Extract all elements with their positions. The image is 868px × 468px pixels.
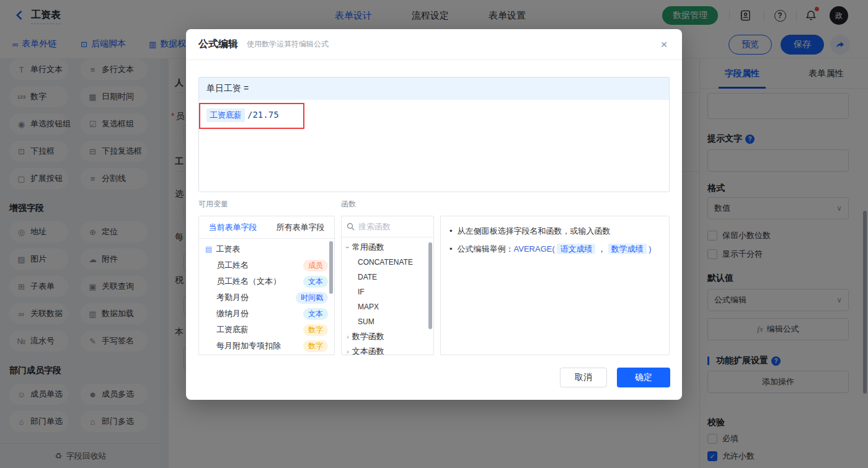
close-icon[interactable]: × [656,37,672,53]
formula-input-area[interactable]: 工资底薪/21.75 [199,100,669,192]
app-root: 工资表 表单设计 流程设定 表单设置 数据管理 ? 政 ∞ 表单外链 ⊡ 后端脚… [0,0,868,468]
field-type-tag: 成员 [303,260,328,272]
variables-scrollbar[interactable] [329,241,333,294]
field-type-tag: 文本 [303,276,328,288]
variables-tabs: 当前表单字段 所有表单字段 [199,216,334,239]
functions-scrollbar[interactable] [428,242,432,329]
tab-current-form-fields[interactable]: 当前表单字段 [199,216,267,238]
modal-title: 公式编辑 [198,38,238,51]
chevron-right-icon: › [347,348,349,355]
field-type-tag: 时间戳 [296,292,328,304]
field-type-tag: 数字 [303,324,328,336]
sample-field-chip: 数学成绩 [608,244,647,254]
formula-help-panel: • 从左侧面板选择字段名和函数，或输入函数 • 公式编辑举例：AVERAGE( … [440,216,670,355]
chevron-right-icon: › [347,333,349,340]
formula-edit-modal: 公式编辑 使用数学运算符编辑公式 × 单日工资 = 工资底薪/21.75 可用变… [186,29,682,400]
modal-header: 公式编辑 使用数学运算符编辑公式 [186,29,682,60]
variable-row[interactable]: 员工姓名（文本）文本 [199,273,334,289]
variable-row[interactable]: 工资底薪数字 [199,322,334,338]
formula-target: 单日工资 = [199,77,669,100]
cancel-button[interactable]: 取消 [560,368,607,387]
function-search [342,216,433,237]
search-icon [347,223,355,231]
field-type-tag: 数字 [303,340,328,352]
modal-subtitle: 使用数学运算符编辑公式 [247,39,329,50]
tab-all-form-fields[interactable]: 所有表单字段 [267,216,334,238]
function-item[interactable]: SUM [342,314,433,329]
formula-editor: 单日工资 = 工资底薪/21.75 [198,77,670,192]
sample-field-chip: 语文成绩 [557,244,595,254]
function-item[interactable]: MAPX [342,299,433,314]
variables-panel: 当前表单字段 所有表单字段 ▤ 工资表 员工姓名成员 员工姓名（文本）文本 考勤… [198,216,335,355]
formula-expression: /21.75 [247,110,279,120]
field-type-tag: 文本 [303,308,328,320]
group-common-functions[interactable]: ›常用函数 [342,240,433,255]
group-text-functions[interactable]: ›文本函数 [342,344,433,355]
variable-row[interactable]: 缴纳月份文本 [199,306,334,322]
help-tip-2: • 公式编辑举例：AVERAGE( 语文成绩 ， 数学成绩 ) [450,243,660,255]
function-item[interactable]: CONCATENATE [342,255,433,270]
field-chip[interactable]: 工资底薪 [206,108,245,122]
help-tip-1: • 从左侧面板选择字段名和函数，或输入函数 [450,225,660,237]
function-search-input[interactable] [358,222,420,231]
functions-panel: ›常用函数 CONCATENATE DATE IF MAPX SUM ›数学函数… [341,216,434,355]
confirm-button[interactable]: 确定 [617,368,670,387]
variable-row[interactable]: 员工姓名成员 [199,257,334,273]
function-name-sample: AVERAGE( [514,244,555,254]
variables-section-label: 可用变量 [198,199,228,210]
function-item[interactable]: DATE [342,270,433,285]
document-icon: ▤ [205,245,212,254]
group-math-functions[interactable]: ›数学函数 [342,329,433,344]
function-item[interactable]: IF [342,285,433,299]
variables-tree: ▤ 工资表 员工姓名成员 员工姓名（文本）文本 考勤月份时间戳 缴纳月份文本 工… [199,239,334,354]
tree-root-form[interactable]: ▤ 工资表 [199,241,334,257]
variable-row[interactable]: 每月附加专项扣除数字 [199,338,334,354]
variable-row[interactable]: 考勤月份时间戳 [199,289,334,306]
function-tree: ›常用函数 CONCATENATE DATE IF MAPX SUM ›数学函数… [342,237,433,355]
functions-section-label: 函数 [341,199,356,210]
chevron-down-icon: › [344,246,352,249]
